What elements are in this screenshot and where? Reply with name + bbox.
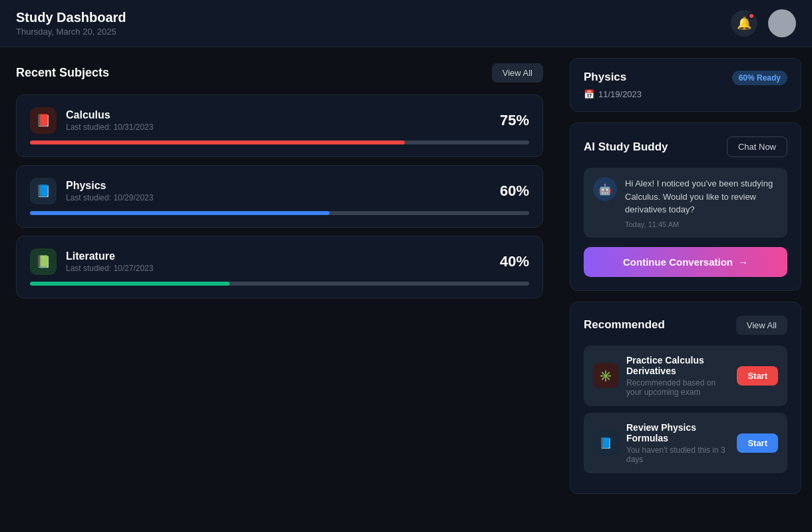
calculus-name: Calculus	[66, 109, 153, 121]
calculus-icon: 📕	[30, 107, 57, 134]
rec-calculus-icon: ✳️	[593, 363, 618, 388]
rec-item-physics: 📘 Review Physics Formulas You haven't st…	[584, 413, 787, 473]
continue-label: Continue Conversation	[623, 256, 733, 268]
rec-physics-name: Review Physics Formulas	[626, 422, 729, 443]
literature-progress-bg	[30, 282, 529, 286]
physics-exam-date: 📅 11/19/2023	[584, 89, 642, 99]
ai-message-bubble: 🤖 Hi Alex! I noticed you've been studyin…	[584, 168, 787, 238]
notification-button[interactable]: 🔔	[731, 10, 757, 37]
physics-progress-fill	[30, 211, 329, 215]
rec-calculus-desc: Recommended based on your upcoming exam	[626, 378, 729, 397]
rec-item-calculus: ✳️ Practice Calculus Derivatives Recomme…	[584, 346, 787, 406]
calendar-icon: 📅	[584, 89, 594, 99]
header-right: 🔔	[731, 9, 796, 37]
subject-card-top: 📕 Calculus Last studied: 10/31/2023 75%	[30, 107, 529, 134]
physics-name: Physics	[66, 180, 153, 192]
recent-subjects-view-all[interactable]: View All	[492, 63, 543, 83]
rec-calculus-start[interactable]: Start	[737, 366, 778, 386]
ai-message-content: Hi Alex! I noticed you've been studying …	[625, 177, 778, 228]
left-panel: Recent Subjects View All 📕 Calculus Last…	[0, 47, 559, 531]
header-date: Thursday, March 20, 2025	[16, 27, 126, 37]
physics-exam-date-value: 11/19/2023	[598, 89, 642, 99]
arrow-icon: →	[738, 256, 748, 268]
physics-exam-title: Physics	[584, 71, 642, 84]
rec-physics-icon: 📘	[593, 430, 618, 455]
subject-text-lit: Literature Last studied: 10/27/2023	[66, 250, 153, 273]
subject-card-literature: 📗 Literature Last studied: 10/27/2023 40…	[16, 236, 543, 298]
ai-buddy-card: AI Study Buddy Chat Now 🤖 Hi Alex! I not…	[570, 123, 801, 291]
ai-buddy-header: AI Study Buddy Chat Now	[584, 136, 787, 157]
physics-icon: 📘	[30, 178, 57, 204]
literature-pct: 40%	[500, 253, 529, 270]
calculus-progress-fill	[30, 140, 405, 144]
recent-subjects-header: Recent Subjects View All	[16, 63, 543, 83]
literature-icon: 📗	[30, 248, 57, 275]
calculus-pct: 75%	[500, 112, 529, 129]
recommended-card: Recommended View All ✳️ Practice Calculu…	[570, 302, 801, 494]
ai-buddy-title: AI Study Buddy	[584, 140, 668, 154]
chat-now-button[interactable]: Chat Now	[727, 136, 787, 157]
rec-physics-desc: You haven't studied this in 3 days	[626, 445, 729, 464]
recommended-title: Recommended	[584, 318, 665, 332]
notification-badge	[748, 13, 755, 19]
physics-exam-left: Physics 📅 11/19/2023	[584, 71, 642, 99]
physics-last-studied: Last studied: 10/29/2023	[66, 193, 153, 202]
header-left: Study Dashboard Thursday, March 20, 2025	[16, 10, 126, 37]
literature-progress-fill	[30, 282, 230, 286]
main-content: Recent Subjects View All 📕 Calculus Last…	[0, 47, 812, 531]
rec-physics-start[interactable]: Start	[737, 433, 778, 453]
subject-text-physics: Physics Last studied: 10/29/2023	[66, 180, 153, 202]
subject-info-physics: 📘 Physics Last studied: 10/29/2023	[30, 178, 153, 204]
app-title: Study Dashboard	[16, 10, 126, 25]
recommended-view-all[interactable]: View All	[736, 316, 787, 335]
subject-info-lit: 📗 Literature Last studied: 10/27/2023	[30, 248, 153, 275]
physics-pct: 60%	[500, 182, 529, 200]
rec-calculus-content: Practice Calculus Derivatives Recommende…	[626, 355, 729, 397]
continue-conversation-button[interactable]: Continue Conversation →	[584, 247, 787, 277]
recommended-header: Recommended View All	[584, 316, 787, 335]
ai-message-time: Today, 11:45 AM	[625, 220, 778, 228]
header: Study Dashboard Thursday, March 20, 2025…	[0, 0, 812, 47]
right-panel: Physics 📅 11/19/2023 60% Ready AI Study …	[559, 47, 812, 531]
calculus-last-studied: Last studied: 10/31/2023	[66, 123, 153, 132]
ready-badge: 60% Ready	[732, 71, 787, 85]
subject-card-calculus: 📕 Calculus Last studied: 10/31/2023 75%	[16, 95, 543, 157]
avatar[interactable]	[768, 9, 796, 37]
physics-progress-bg	[30, 211, 529, 215]
literature-last-studied: Last studied: 10/27/2023	[66, 264, 153, 273]
rec-calculus-name: Practice Calculus Derivatives	[626, 355, 729, 376]
rec-physics-content: Review Physics Formulas You haven't stud…	[626, 422, 729, 464]
subject-info: 📕 Calculus Last studied: 10/31/2023	[30, 107, 153, 134]
subject-card-top-physics: 📘 Physics Last studied: 10/29/2023 60%	[30, 178, 529, 204]
subject-text: Calculus Last studied: 10/31/2023	[66, 109, 153, 132]
calculus-progress-bg	[30, 140, 529, 144]
literature-name: Literature	[66, 250, 153, 262]
ai-message-text: Hi Alex! I noticed you've been studying …	[625, 177, 778, 216]
subject-card-physics: 📘 Physics Last studied: 10/29/2023 60%	[16, 165, 543, 228]
recent-subjects-title: Recent Subjects	[16, 66, 109, 80]
physics-exam-card: Physics 📅 11/19/2023 60% Ready	[570, 58, 801, 112]
ai-avatar-icon: 🤖	[593, 177, 617, 201]
subject-card-top-lit: 📗 Literature Last studied: 10/27/2023 40…	[30, 248, 529, 275]
